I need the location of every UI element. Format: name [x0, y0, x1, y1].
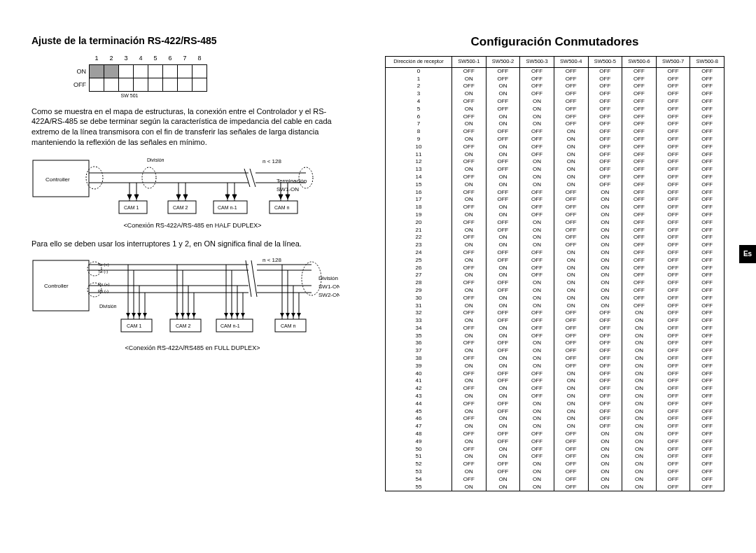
svg-marker-98: [297, 313, 301, 317]
svg-marker-91: [224, 313, 228, 317]
svg-text:Controller: Controller: [46, 176, 70, 183]
svg-marker-85: [137, 313, 141, 317]
svg-text:n < 128: n < 128: [262, 257, 281, 263]
dia1-caption: <Conexión RS-422A/RS-485 en HALF DUPLEX>: [31, 222, 354, 229]
svg-marker-93: [235, 313, 239, 317]
svg-text:División: División: [318, 275, 338, 281]
svg-marker-29: [127, 195, 132, 199]
svg-marker-35: [279, 195, 283, 199]
left-page: Ajuste de la terminación RS-422/RS-485 1…: [31, 35, 354, 546]
svg-marker-87: [175, 313, 179, 317]
svg-marker-96: [286, 313, 290, 317]
paragraph-1: Como se muestra en el mapa de estructura…: [31, 106, 354, 148]
svg-marker-89: [186, 313, 190, 317]
right-title: Configuración Conmutadores: [385, 35, 724, 49]
paragraph-2: Para ello se deben usar los interruptore…: [31, 239, 354, 249]
svg-marker-32: [183, 195, 188, 199]
dip-caption: SW 501: [66, 93, 192, 98]
svg-marker-33: [225, 195, 230, 199]
language-tab: Es: [739, 245, 756, 263]
svg-marker-34: [232, 195, 237, 199]
svg-marker-86: [143, 313, 147, 317]
svg-marker-30: [134, 195, 139, 199]
dip-switch-diagram: 12 34 56 78 ON OFF SW 501: [66, 52, 354, 98]
svg-text:CAM 1: CAM 1: [124, 205, 139, 210]
svg-point-8: [142, 167, 156, 188]
svg-text:División: División: [99, 304, 117, 309]
svg-text:Controller: Controller: [44, 283, 69, 289]
switch-table: Dirección de receptorSW500-1SW500-2SW500…: [385, 56, 724, 491]
svg-marker-95: [280, 313, 284, 317]
svg-text:n < 128: n < 128: [262, 158, 281, 164]
half-duplex-diagram: Controller División n < 128 Terminación …: [31, 155, 354, 218]
svg-marker-83: [126, 313, 130, 317]
svg-marker-92: [230, 313, 234, 317]
svg-text:División: División: [147, 158, 164, 162]
full-duplex-diagram: Controller Tx (+) Tx (-) Rx (+) Rx (-) D…: [31, 256, 354, 340]
svg-text:SW2-ON: SW2-ON: [318, 292, 340, 298]
svg-text:CAM n: CAM n: [281, 323, 296, 328]
svg-text:CAM n: CAM n: [274, 205, 290, 210]
svg-text:SW1-ON: SW1-ON: [318, 284, 340, 290]
svg-text:CAM 2: CAM 2: [176, 323, 191, 328]
svg-marker-84: [132, 313, 136, 317]
svg-text:CAM 2: CAM 2: [173, 205, 188, 210]
svg-marker-94: [241, 313, 245, 317]
svg-text:CAM n-1: CAM n-1: [218, 205, 237, 210]
svg-marker-36: [286, 195, 290, 199]
svg-text:CAM n-1: CAM n-1: [220, 323, 240, 328]
svg-text:CAM 1: CAM 1: [127, 323, 142, 328]
svg-marker-97: [291, 313, 295, 317]
right-page: Configuración Conmutadores Dirección de …: [385, 35, 724, 546]
svg-marker-88: [181, 313, 185, 317]
svg-marker-31: [176, 195, 181, 199]
svg-marker-90: [192, 313, 196, 317]
dia2-caption: <Conexión RS-422A/RS485 en FULL DUPLEX>: [31, 344, 354, 351]
left-title: Ajuste de la terminación RS-422/RS-485: [31, 35, 354, 46]
